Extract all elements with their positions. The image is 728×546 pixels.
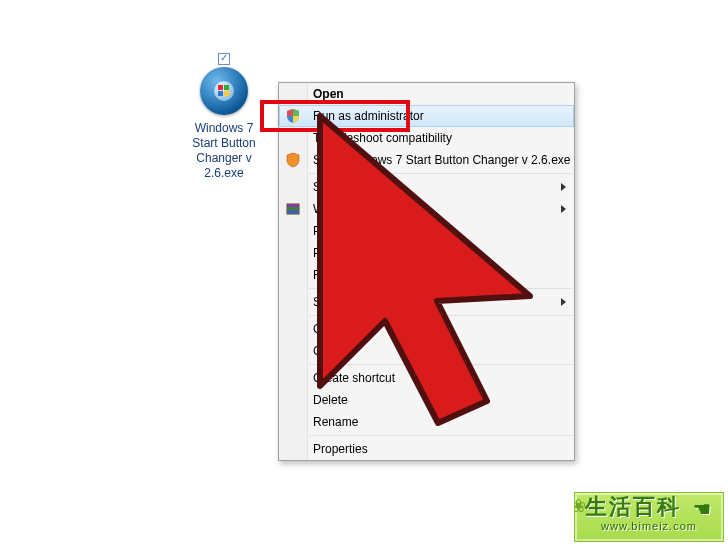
menu-item-label: Copy xyxy=(313,344,341,358)
menu-item-restore-previous-versions[interactable]: Restore previous versions xyxy=(279,264,574,286)
menu-item-delete[interactable]: Delete xyxy=(279,389,574,411)
menu-item-label: Delete xyxy=(313,393,348,407)
submenu-arrow-icon xyxy=(561,298,566,306)
menu-item-winrar[interactable]: WinRAR xyxy=(279,198,574,220)
menu-item-open[interactable]: Open xyxy=(279,83,574,105)
svg-rect-2 xyxy=(218,91,223,96)
menu-separator xyxy=(309,315,572,316)
menu-separator xyxy=(309,435,572,436)
menu-separator xyxy=(309,364,572,365)
menu-item-label: Send to xyxy=(313,295,354,309)
menu-item-rename[interactable]: Rename xyxy=(279,411,574,433)
menu-item-label: Share with xyxy=(313,180,370,194)
menu-item-label: Properties xyxy=(313,442,368,456)
menu-item-pin-to-start-menu[interactable]: Pin to Start Menu xyxy=(279,242,574,264)
app-icon xyxy=(198,67,250,119)
watermark: ❀ 生活百科 ☚ www.bimeiz.com xyxy=(574,492,724,542)
svg-rect-3 xyxy=(224,91,229,96)
menu-item-label: Open xyxy=(313,87,344,101)
menu-item-pin-to-taskbar[interactable]: Pin to Taskbar xyxy=(279,220,574,242)
svg-rect-7 xyxy=(287,210,299,214)
menu-item-label: Pin to Taskbar xyxy=(313,224,389,238)
svg-rect-6 xyxy=(287,207,299,210)
windows-flag-icon xyxy=(218,85,230,97)
menu-item-label: Scan Windows 7 Start Button Changer v 2.… xyxy=(313,153,570,167)
submenu-arrow-icon xyxy=(561,205,566,213)
svg-rect-5 xyxy=(287,204,299,207)
desktop-icon-label: Windows 7 Start Button Changer v 2.6.exe xyxy=(185,121,263,181)
menu-item-create-shortcut[interactable]: Create shortcut xyxy=(279,367,574,389)
menu-item-label: Run as administrator xyxy=(313,109,424,123)
menu-item-label: Pin to Start Menu xyxy=(313,246,406,260)
menu-item-label: Cut xyxy=(313,322,332,336)
menu-item-send-to[interactable]: Send to xyxy=(279,291,574,313)
context-menu: OpenRun as administratorTroubleshoot com… xyxy=(278,82,575,461)
menu-separator xyxy=(309,288,572,289)
menu-item-label: Create shortcut xyxy=(313,371,395,385)
shield-orange-icon xyxy=(285,152,301,168)
pointer-icon: ☚ xyxy=(693,496,713,522)
menu-item-label: Rename xyxy=(313,415,358,429)
desktop-icon[interactable]: Windows 7 Start Button Changer v 2.6.exe xyxy=(185,55,263,181)
watermark-title: 生活百科 xyxy=(585,494,681,519)
svg-rect-1 xyxy=(224,85,229,90)
menu-item-label: WinRAR xyxy=(313,202,359,216)
selection-check-icon xyxy=(218,53,230,65)
shield-icon xyxy=(285,108,301,124)
menu-item-copy[interactable]: Copy xyxy=(279,340,574,362)
menu-separator xyxy=(309,173,572,174)
menu-item-troubleshoot-compatibility[interactable]: Troubleshoot compatibility xyxy=(279,127,574,149)
menu-item-scan-windows-7-start-button-changer-v-2-6-exe[interactable]: Scan Windows 7 Start Button Changer v 2.… xyxy=(279,149,574,171)
menu-item-label: Restore previous versions xyxy=(313,268,452,282)
menu-item-run-as-administrator[interactable]: Run as administrator xyxy=(279,105,574,127)
menu-item-share-with[interactable]: Share with xyxy=(279,176,574,198)
menu-item-label: Troubleshoot compatibility xyxy=(313,131,452,145)
menu-item-cut[interactable]: Cut xyxy=(279,318,574,340)
submenu-arrow-icon xyxy=(561,183,566,191)
menu-item-properties[interactable]: Properties xyxy=(279,438,574,460)
winrar-icon xyxy=(285,201,301,217)
svg-rect-0 xyxy=(218,85,223,90)
